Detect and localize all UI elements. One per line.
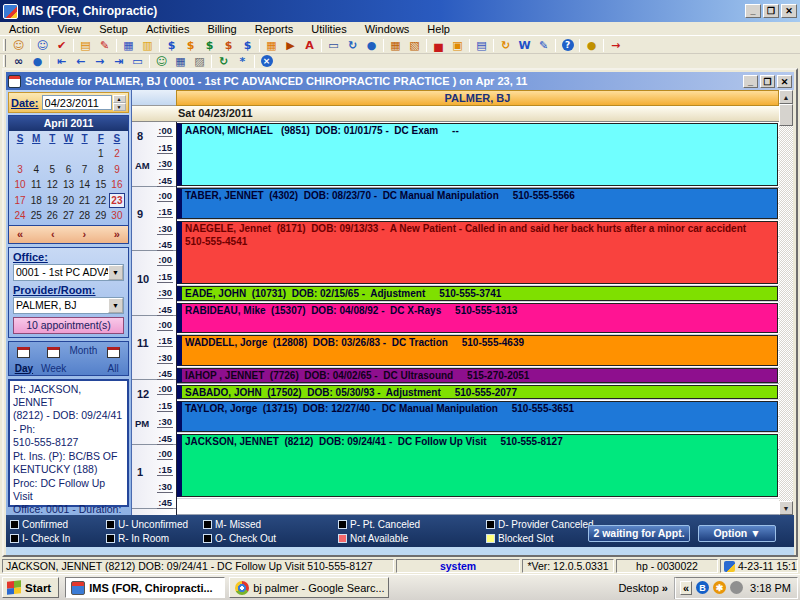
calendar-clock-icon[interactable]: ▦ — [386, 38, 405, 52]
task-chrome[interactable]: bj palmer - Google Searc... — [229, 577, 389, 598]
patient-folder-icon[interactable]: ▤ — [76, 38, 95, 52]
appointment-count-button[interactable]: 10 appointment(s) — [13, 317, 124, 334]
calendar-day-11[interactable]: 11 — [28, 177, 44, 193]
appointment[interactable]: SABADO, JOHN (17502) DOB: 05/30/93 - Adj… — [177, 385, 778, 399]
menu-utilities[interactable]: Utilities — [302, 23, 355, 35]
note-edit-icon[interactable]: ✎ — [95, 38, 114, 52]
provider-dropdown-arrow-icon[interactable]: ▼ — [108, 298, 123, 313]
word-export-icon[interactable]: W — [515, 38, 534, 52]
menu-action[interactable]: Action — [0, 23, 49, 35]
scanner-icon[interactable]: ▭ — [324, 38, 343, 52]
web-check-icon[interactable]: ● — [362, 38, 381, 52]
calendar-day-3[interactable]: 3 — [12, 162, 28, 178]
menu-windows[interactable]: Windows — [356, 23, 419, 35]
superbill-icon[interactable]: ▦ — [119, 38, 138, 52]
calendar-day-21[interactable]: 21 — [77, 193, 93, 209]
appointment[interactable]: RABIDEAU, Mike (15307) DOB: 04/08/92 - D… — [177, 303, 778, 334]
calendar-day-2[interactable]: 2 — [109, 146, 125, 162]
money-transfer-icon[interactable]: $ — [219, 38, 238, 52]
calendar-day-20[interactable]: 20 — [60, 193, 76, 209]
tab-week[interactable]: Week — [39, 344, 69, 374]
forms-copy-icon[interactable]: ▥ — [138, 38, 157, 52]
update-status-icon[interactable] — [730, 581, 743, 594]
appointment[interactable]: NAEGELE, Jennet (8171) DOB: 09/13/33 - A… — [177, 221, 778, 285]
schedule-grid-icon[interactable]: ▦ — [262, 38, 281, 52]
help-icon[interactable]: ? — [558, 38, 577, 52]
calendar-day-30[interactable]: 30 — [109, 208, 125, 224]
scroll-down-icon[interactable]: ▼ — [779, 501, 793, 515]
calendar-day-9[interactable]: 9 — [109, 162, 125, 178]
calendar-day-25[interactable]: 25 — [28, 208, 44, 224]
payment-icon[interactable]: $ — [162, 38, 181, 52]
calendar-day-27[interactable]: 27 — [60, 208, 76, 224]
statistics-icon[interactable]: ▅ — [429, 38, 448, 52]
patient-verify-icon[interactable]: ✔ — [52, 38, 71, 52]
patient-tracking-icon[interactable]: ▶ — [281, 38, 300, 52]
calendar-next-month-icon[interactable]: › — [82, 228, 86, 240]
appointment[interactable]: TAYLOR, Jorge (13715) DOB: 12/27/40 - DC… — [177, 401, 778, 432]
patient-money-icon[interactable]: $ — [200, 38, 219, 52]
calendar-day-1[interactable]: 1 — [93, 146, 109, 162]
menu-help[interactable]: Help — [418, 23, 459, 35]
menu-setup[interactable]: Setup — [90, 23, 137, 35]
appointment[interactable]: AARON, MICHAEL (9851) DOB: 01/01/75 - DC… — [177, 123, 778, 187]
calendar-day-10[interactable]: 10 — [12, 177, 28, 193]
image-viewer-icon[interactable]: ▨ — [190, 54, 209, 68]
find-icon[interactable]: ∞ — [9, 54, 28, 68]
calendar-day-24[interactable]: 24 — [12, 208, 28, 224]
calendar-day-7[interactable]: 7 — [77, 162, 93, 178]
calendar-day-5[interactable]: 5 — [44, 162, 60, 178]
menu-billing[interactable]: Billing — [198, 23, 245, 35]
first-record-icon[interactable]: ⇤ — [52, 54, 71, 68]
bluetooth-icon[interactable]: B — [696, 581, 709, 594]
close-button[interactable]: ✕ — [781, 4, 797, 18]
patient-checkin-icon[interactable]: ☺ — [33, 38, 52, 52]
calendar-day-12[interactable]: 12 — [44, 177, 60, 193]
calendar-day-4[interactable]: 4 — [28, 162, 44, 178]
exit-icon[interactable]: → — [606, 38, 625, 52]
spell-check-icon[interactable]: A — [300, 38, 319, 52]
restore-button[interactable]: ❐ — [763, 4, 779, 18]
appointment[interactable]: JACKSON, JENNET (8212) DOB: 09/24/41 - D… — [177, 434, 778, 498]
freeze-icon[interactable]: * — [233, 54, 252, 68]
calendar-day-8[interactable]: 8 — [93, 162, 109, 178]
tab-month[interactable]: Month — [69, 344, 99, 374]
scroll-up-icon[interactable]: ▲ — [779, 90, 793, 104]
office-clipboard-icon[interactable]: ▤ — [472, 38, 491, 52]
invoice-icon[interactable]: $ — [181, 38, 200, 52]
schedule-close-button[interactable]: ✕ — [777, 75, 792, 88]
close-window-icon[interactable]: × — [257, 54, 276, 68]
date-spinner[interactable]: ▲▼ — [113, 95, 126, 110]
schedule-slot[interactable] — [177, 499, 779, 515]
refresh-icon[interactable]: ↻ — [214, 54, 233, 68]
calendar-day-6[interactable]: 6 — [60, 162, 76, 178]
calendar-day-26[interactable]: 26 — [44, 208, 60, 224]
tray-collapse-icon[interactable]: « — [680, 581, 692, 595]
menu-reports[interactable]: Reports — [246, 23, 303, 35]
start-button[interactable]: Start — [2, 577, 59, 598]
refresh-ledger-icon[interactable]: ↻ — [496, 38, 515, 52]
calendar-day-14[interactable]: 14 — [77, 177, 93, 193]
schedule-restore-button[interactable]: ❐ — [760, 75, 775, 88]
view-search-icon[interactable]: ● — [28, 54, 47, 68]
record-window-icon[interactable]: ▭ — [128, 54, 147, 68]
menu-activities[interactable]: Activities — [137, 23, 198, 35]
office-search-icon[interactable]: ▦ — [171, 54, 190, 68]
desktop-chevron-icon[interactable]: » — [662, 582, 668, 594]
calendar-day-17[interactable]: 17 — [12, 193, 28, 209]
calendar-day-28[interactable]: 28 — [77, 208, 93, 224]
date-input[interactable] — [42, 95, 112, 110]
calendar-day-29[interactable]: 29 — [93, 208, 109, 224]
scrollbar-thumb[interactable] — [779, 104, 793, 126]
office-dropdown-arrow-icon[interactable]: ▼ — [108, 265, 123, 280]
lock-icon[interactable]: ● — [582, 38, 601, 52]
office-select[interactable]: 0001 - 1st PC ADVANCED ▼ — [13, 264, 124, 281]
tab-day[interactable]: Day — [9, 344, 39, 374]
calendar-prev-month-icon[interactable]: ‹ — [51, 228, 55, 240]
calendar-next-year-icon[interactable]: » — [114, 228, 120, 240]
appointment[interactable]: IAHOP , JENNET (7726) DOB: 04/02/65 - DC… — [177, 368, 778, 382]
appointment[interactable]: EADE, JOHN (10731) DOB: 02/15/65 - Adjus… — [177, 286, 778, 300]
calendar-export-icon[interactable]: ▧ — [405, 38, 424, 52]
desktop-toolbar-label[interactable]: Desktop — [618, 582, 658, 594]
tab-all[interactable]: All — [98, 344, 128, 374]
